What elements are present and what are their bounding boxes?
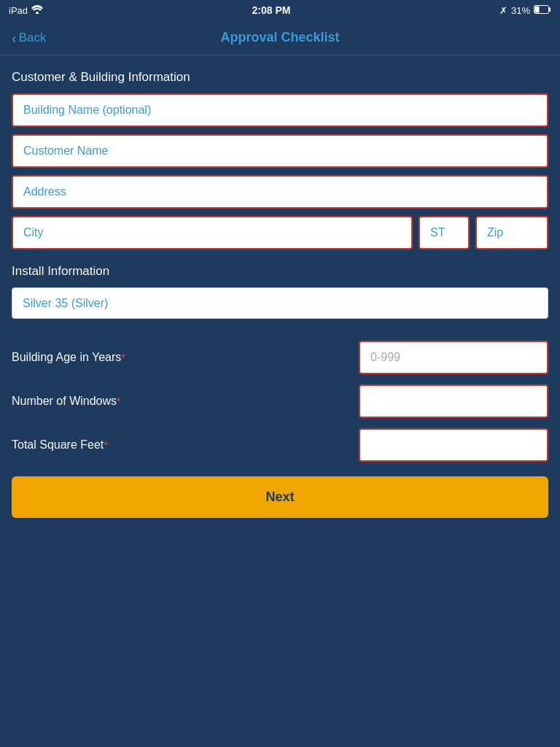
windows-label: Number of Windows*: [12, 395, 359, 408]
install-section-title: Install Information: [12, 264, 548, 279]
building-age-required: *: [121, 352, 125, 363]
building-age-input[interactable]: [359, 341, 548, 374]
back-label: Back: [19, 31, 47, 45]
back-button[interactable]: ‹ Back: [12, 31, 46, 45]
svg-rect-2: [549, 7, 551, 12]
building-age-label: Building Age in Years*: [12, 351, 359, 364]
nav-bar: ‹ Back Approval Checklist: [0, 20, 560, 55]
status-left: iPad: [9, 5, 43, 16]
zip-input[interactable]: [475, 216, 548, 249]
sqft-row: Total Square Feet*: [12, 428, 548, 462]
wifi-icon: [31, 5, 43, 16]
customer-name-input[interactable]: [12, 134, 548, 168]
svg-rect-3: [534, 6, 539, 12]
windows-input[interactable]: [359, 384, 548, 418]
svg-point-0: [36, 12, 39, 14]
windows-row: Number of Windows*: [12, 384, 548, 418]
main-content: Customer & Building Information Install …: [0, 55, 560, 533]
city-row: [12, 216, 548, 249]
chevron-left-icon: ‹: [12, 31, 17, 45]
battery-label: 31%: [511, 5, 530, 16]
install-section: Install Information Silver 35 (Silver): [12, 264, 548, 326]
sqft-label: Total Square Feet*: [12, 438, 359, 452]
customer-section-title: Customer & Building Information: [12, 70, 548, 85]
battery-icon: [534, 5, 551, 16]
next-button[interactable]: Next: [12, 476, 548, 518]
sqft-required: *: [104, 439, 107, 451]
sqft-input[interactable]: [359, 428, 548, 462]
carrier-label: iPad: [9, 5, 28, 16]
status-bar: iPad 2:08 PM ✗ 31%: [0, 0, 560, 20]
product-select[interactable]: Silver 35 (Silver): [12, 287, 548, 319]
windows-required: *: [117, 395, 120, 407]
city-input[interactable]: [12, 216, 413, 249]
bluetooth-icon: ✗: [499, 5, 508, 16]
status-time: 2:08 PM: [252, 4, 291, 16]
status-right: ✗ 31%: [499, 5, 551, 16]
building-age-row: Building Age in Years*: [12, 341, 548, 374]
state-input[interactable]: [419, 216, 470, 249]
address-input[interactable]: [12, 175, 548, 209]
building-name-input[interactable]: [12, 93, 548, 127]
page-title: Approval Checklist: [220, 30, 339, 45]
building-details-section: Building Age in Years* Number of Windows…: [12, 341, 548, 462]
